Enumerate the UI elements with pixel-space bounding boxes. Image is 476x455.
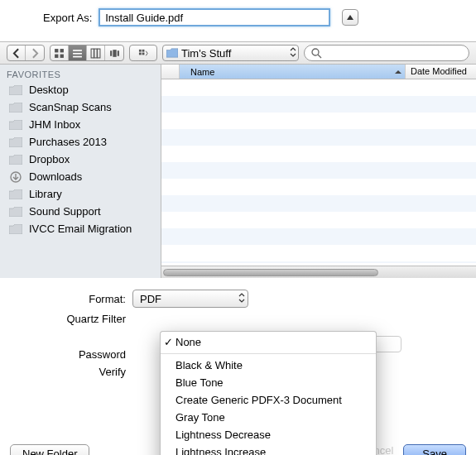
new-folder-button[interactable]: New Folder bbox=[10, 444, 89, 455]
chevron-right-icon bbox=[30, 48, 41, 59]
folder-icon bbox=[8, 154, 23, 165]
sort-asc-icon bbox=[395, 69, 401, 75]
view-icon-button[interactable] bbox=[50, 46, 69, 60]
sidebar-item[interactable]: Purchases 2013 bbox=[0, 133, 161, 151]
quartz-option[interactable]: Gray Tone bbox=[161, 409, 376, 426]
sidebar-item[interactable]: Dropbox bbox=[0, 151, 161, 168]
filename-input[interactable] bbox=[99, 8, 330, 26]
save-button[interactable]: Save bbox=[403, 444, 466, 455]
verify-label: Verify bbox=[10, 366, 126, 378]
sidebar-item-label: Desktop bbox=[29, 84, 69, 96]
svg-rect-5 bbox=[73, 52, 82, 54]
svg-rect-11 bbox=[113, 50, 116, 57]
sidebar-item-label: JHM Inbox bbox=[29, 118, 80, 131]
sidebar-item[interactable]: Downloads bbox=[0, 168, 161, 185]
sidebar-item-label: ScanSnap Scans bbox=[29, 101, 112, 113]
svg-rect-15 bbox=[138, 52, 141, 55]
file-list: Name Date Modified bbox=[161, 65, 476, 278]
svg-line-18 bbox=[318, 55, 321, 58]
svg-rect-0 bbox=[55, 49, 58, 52]
svg-rect-6 bbox=[73, 55, 82, 57]
options-panel: Format: PDF Quartz Filter Password Verif… bbox=[0, 278, 476, 455]
scroll-thumb[interactable] bbox=[163, 269, 378, 276]
triangle-up-icon bbox=[347, 15, 353, 20]
quartz-option[interactable]: Create Generic PDFX-3 Document bbox=[161, 391, 376, 409]
quartz-option[interactable]: Blue Tone bbox=[161, 374, 376, 391]
column-name-header[interactable]: Name bbox=[180, 65, 406, 79]
svg-point-17 bbox=[312, 49, 319, 55]
sidebar-item[interactable]: Sound Support bbox=[0, 203, 161, 220]
updown-arrows-icon bbox=[290, 47, 296, 57]
grid-icon bbox=[54, 48, 65, 59]
quartz-option[interactable]: Black & White bbox=[161, 357, 376, 374]
view-column-button[interactable] bbox=[87, 46, 105, 60]
nav-back-forward bbox=[7, 45, 45, 61]
arrange-icon bbox=[138, 48, 149, 59]
coverflow-icon bbox=[109, 48, 120, 59]
svg-rect-12 bbox=[117, 50, 118, 56]
toolbar: Tim's Stuff bbox=[0, 41, 476, 65]
svg-rect-7 bbox=[91, 49, 94, 58]
columns-icon bbox=[90, 48, 101, 59]
column-date-header[interactable]: Date Modified bbox=[406, 65, 476, 79]
sidebar-item[interactable]: IVCC Email Migration bbox=[0, 220, 161, 237]
svg-rect-3 bbox=[60, 54, 64, 57]
folder-icon bbox=[166, 48, 178, 58]
file-rows[interactable] bbox=[161, 79, 476, 263]
folder-icon bbox=[8, 223, 23, 235]
svg-rect-2 bbox=[55, 54, 58, 57]
collapse-button[interactable] bbox=[342, 9, 358, 26]
sidebar-item[interactable]: Desktop bbox=[0, 81, 161, 98]
svg-rect-10 bbox=[110, 50, 112, 56]
quartz-option[interactable]: Lightness Increase bbox=[161, 443, 376, 455]
quartz-option[interactable]: Lightness Decrease bbox=[161, 426, 376, 443]
updown-arrows-icon bbox=[238, 293, 245, 303]
sidebar-item[interactable]: ScanSnap Scans bbox=[0, 98, 161, 116]
view-list-button[interactable] bbox=[69, 46, 87, 60]
search-icon bbox=[311, 48, 322, 59]
sidebar-item-label: Purchases 2013 bbox=[29, 136, 107, 148]
sidebar-section-favorites: FAVORITES bbox=[0, 65, 161, 81]
location-label: Tim's Stuff bbox=[181, 47, 231, 60]
svg-rect-13 bbox=[138, 49, 141, 51]
folder-icon bbox=[8, 119, 23, 131]
svg-rect-4 bbox=[73, 50, 82, 51]
export-as-label: Export As: bbox=[43, 12, 92, 24]
sidebar-item-label: Dropbox bbox=[29, 153, 70, 165]
svg-rect-14 bbox=[142, 49, 144, 51]
quartz-filter-menu: NoneBlack & WhiteBlue ToneCreate Generic… bbox=[160, 331, 377, 455]
forward-button[interactable] bbox=[26, 46, 44, 60]
sidebar: FAVORITES DesktopScanSnap ScansJHM Inbox… bbox=[0, 65, 161, 278]
quartz-option[interactable]: None bbox=[161, 333, 376, 351]
folder-icon bbox=[8, 84, 23, 96]
column-name-label: Name bbox=[190, 67, 214, 77]
list-icon bbox=[72, 48, 83, 59]
folder-icon bbox=[8, 136, 23, 148]
arrange-group[interactable] bbox=[129, 45, 157, 61]
sidebar-item[interactable]: Library bbox=[0, 185, 161, 203]
column-spacer bbox=[161, 65, 180, 79]
view-mode-group bbox=[50, 45, 124, 61]
sidebar-item-label: Downloads bbox=[29, 170, 82, 183]
svg-rect-1 bbox=[60, 49, 64, 52]
password-label: Password bbox=[10, 348, 126, 361]
search-input[interactable] bbox=[304, 45, 469, 61]
quartz-filter-label: Quartz Filter bbox=[10, 313, 126, 325]
svg-rect-8 bbox=[94, 49, 97, 58]
sidebar-item-label: Sound Support bbox=[29, 205, 101, 218]
folder-icon bbox=[8, 102, 23, 113]
sidebar-item-label: IVCC Email Migration bbox=[29, 223, 132, 235]
svg-rect-9 bbox=[98, 49, 100, 58]
menu-separator bbox=[161, 353, 376, 354]
horizontal-scrollbar[interactable] bbox=[161, 266, 476, 278]
format-value: PDF bbox=[140, 293, 161, 305]
location-popup[interactable]: Tim's Stuff bbox=[162, 45, 299, 61]
view-coverflow-button[interactable] bbox=[105, 46, 123, 60]
folder-icon bbox=[8, 206, 23, 218]
back-button[interactable] bbox=[7, 46, 26, 60]
sidebar-item[interactable]: JHM Inbox bbox=[0, 116, 161, 133]
svg-rect-16 bbox=[142, 52, 144, 55]
format-select[interactable]: PDF bbox=[132, 290, 248, 308]
folder-icon bbox=[8, 189, 23, 200]
format-label: Format: bbox=[10, 293, 126, 305]
